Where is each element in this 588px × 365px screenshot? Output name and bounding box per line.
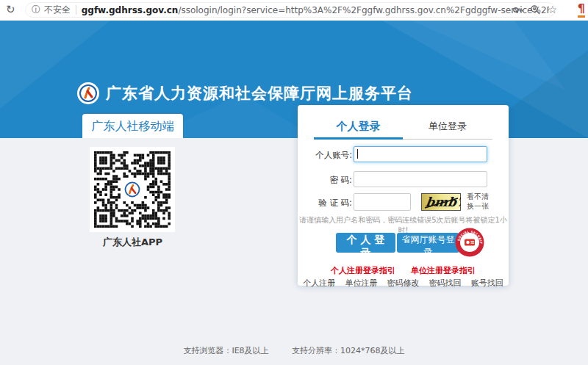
captcha-image[interactable]: bmb7 bbox=[421, 193, 461, 211]
personal-login-button[interactable]: 个 人 登 录 bbox=[336, 233, 395, 253]
key-icon[interactable] bbox=[512, 4, 523, 15]
password-change-link[interactable]: 密码修改 bbox=[387, 278, 420, 288]
login-panel: 个人登录 单位登录 个人账号: 密 码: 验 证 码: bmb7 看不清 换一 bbox=[298, 105, 509, 286]
social-security-card-badge[interactable]: SOCIAL SECURITY CARD 社会保障卡 bbox=[455, 228, 484, 257]
browser-support-text: 支持浏览器：IE8及以上 bbox=[183, 346, 268, 355]
url-text: ggfw.gdhrss.gov.cn/ssologin/login?servic… bbox=[82, 5, 549, 15]
reload-icon[interactable]: ↻ bbox=[6, 3, 15, 16]
security-label: 不安全 bbox=[44, 4, 71, 16]
unit-register-link[interactable]: 单位注册 bbox=[345, 278, 377, 288]
text-caret bbox=[357, 149, 358, 159]
app-qr-caption: 广东人社APP bbox=[82, 236, 183, 249]
tab-active-underline bbox=[314, 137, 403, 140]
captcha-input[interactable] bbox=[354, 193, 411, 211]
page-footer: 支持浏览器：IE8及以上 支持分辨率：1024*768及以上 bbox=[0, 345, 588, 356]
account-input[interactable] bbox=[354, 146, 487, 162]
app-qr-code bbox=[90, 147, 175, 232]
personal-register-link[interactable]: 个人注册 bbox=[303, 278, 335, 288]
resolution-support-text: 支持分辨率：1024*768及以上 bbox=[292, 346, 405, 355]
captcha-refresh-link[interactable]: 换一张 bbox=[467, 201, 489, 211]
tab-mobile-app[interactable]: 广东人社移动端 bbox=[82, 114, 183, 138]
account-label: 个人账号: bbox=[299, 150, 352, 161]
url-path: /ssologin/login?service=http%3A%2F%2Fggf… bbox=[178, 5, 549, 15]
gdhrss-logo-icon bbox=[76, 82, 100, 105]
password-label: 密 码: bbox=[299, 175, 352, 186]
zoom-icon[interactable] bbox=[530, 4, 541, 15]
url-domain: ggfw.gdhrss.gov.cn bbox=[82, 5, 179, 15]
address-divider bbox=[76, 5, 76, 15]
page: ↻ ⓘ 不安全 ggfw.gdhrss.gov.cn/ssologin/logi… bbox=[0, 0, 588, 365]
tab-personal-login[interactable]: 个人登录 bbox=[314, 117, 403, 136]
browser-toolbar: ↻ ⓘ 不安全 ggfw.gdhrss.gov.cn/ssologin/logi… bbox=[0, 0, 588, 21]
site-title: 广东省人力资源和社会保障厅网上服务平台 bbox=[106, 83, 413, 104]
svg-text:bmb7: bmb7 bbox=[425, 195, 461, 209]
info-icon[interactable]: ⓘ bbox=[32, 4, 40, 16]
bookmark-star-icon[interactable]: ☆ bbox=[548, 4, 557, 16]
provincial-account-login-button[interactable]: 省网厅账号登录 bbox=[397, 233, 459, 253]
address-bar[interactable]: ⓘ 不安全 ggfw.gdhrss.gov.cn/ssologin/login?… bbox=[25, 2, 556, 18]
account-recover-link[interactable]: 账号找回 bbox=[471, 278, 503, 288]
extension-icon[interactable]: ¶ bbox=[578, 2, 585, 18]
captcha-unclear-text: 看不清 bbox=[467, 192, 489, 201]
password-input[interactable] bbox=[354, 171, 487, 187]
captcha-label: 验 证 码: bbox=[299, 198, 352, 209]
tab-unit-login[interactable]: 单位登录 bbox=[403, 117, 492, 136]
password-recover-link[interactable]: 密码找回 bbox=[429, 278, 462, 288]
